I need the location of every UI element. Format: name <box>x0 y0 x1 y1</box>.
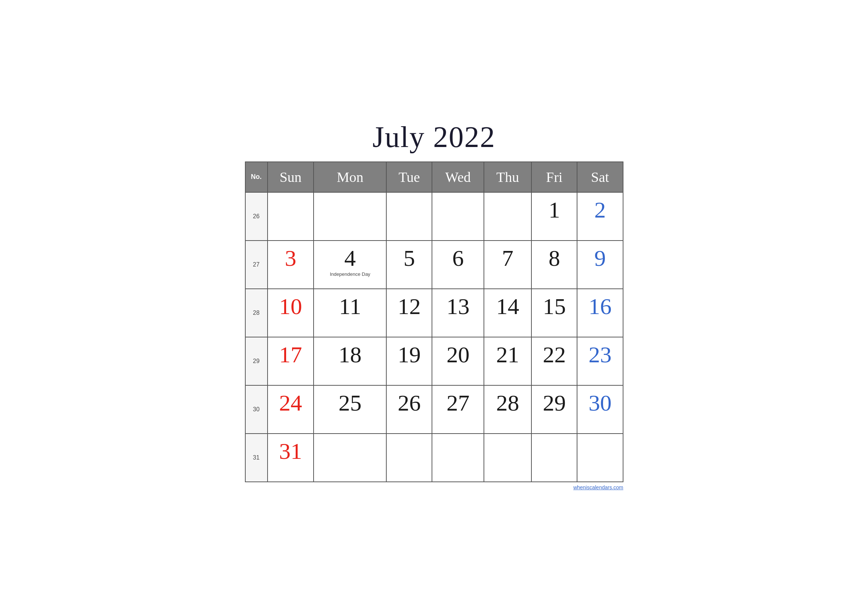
day-cell: 19 <box>386 337 432 385</box>
day-number: 16 <box>580 294 619 319</box>
day-cell: 17 <box>268 337 314 385</box>
day-number: 7 <box>487 245 528 271</box>
day-cell: 10 <box>268 289 314 337</box>
day-cell: 8 <box>532 240 577 289</box>
day-number: 31 <box>271 439 311 464</box>
day-number: 23 <box>580 342 619 367</box>
week-row: 2810111213141516 <box>245 289 623 337</box>
week-row: 2917181920212223 <box>245 337 623 385</box>
day-cell <box>484 434 532 482</box>
day-cell <box>432 192 484 240</box>
day-cell: 6 <box>432 240 484 289</box>
day-cell <box>577 434 623 482</box>
day-number: 15 <box>535 294 574 319</box>
day-number: 12 <box>390 294 429 319</box>
day-number: 25 <box>317 390 383 416</box>
day-number: 13 <box>435 294 480 319</box>
day-number: 11 <box>317 294 383 319</box>
day-cell: 26 <box>386 385 432 434</box>
day-cell <box>268 192 314 240</box>
day-number: 24 <box>271 390 311 416</box>
day-number: 22 <box>535 342 574 367</box>
header-sat: Sat <box>577 162 623 192</box>
attribution: wheniscalendars.com <box>245 484 623 490</box>
day-cell: 27 <box>432 385 484 434</box>
day-number: 29 <box>535 390 574 416</box>
day-number: 17 <box>271 342 311 367</box>
day-event: Independence Day <box>317 271 383 277</box>
day-cell <box>313 192 386 240</box>
day-cell: 25 <box>313 385 386 434</box>
calendar-container: July 2022 No. Sun Mon Tue Wed Thu Fri Sa… <box>230 109 638 505</box>
day-cell: 20 <box>432 337 484 385</box>
calendar-title: July 2022 <box>245 120 623 154</box>
day-cell: 31 <box>268 434 314 482</box>
week-number: 27 <box>245 240 268 289</box>
day-cell: 5 <box>386 240 432 289</box>
day-cell: 28 <box>484 385 532 434</box>
day-number: 26 <box>390 390 429 416</box>
day-number: 10 <box>271 294 311 319</box>
header-row: No. Sun Mon Tue Wed Thu Fri Sat <box>245 162 623 192</box>
header-thu: Thu <box>484 162 532 192</box>
day-cell <box>313 434 386 482</box>
week-row: 2734Independence Day56789 <box>245 240 623 289</box>
week-number: 30 <box>245 385 268 434</box>
day-number: 3 <box>271 245 311 271</box>
calendar-table: No. Sun Mon Tue Wed Thu Fri Sat 26122734… <box>245 161 623 482</box>
day-cell <box>386 434 432 482</box>
day-cell: 7 <box>484 240 532 289</box>
header-sun: Sun <box>268 162 314 192</box>
week-number: 31 <box>245 434 268 482</box>
day-cell: 21 <box>484 337 532 385</box>
day-cell: 29 <box>532 385 577 434</box>
day-cell <box>532 434 577 482</box>
day-cell: 11 <box>313 289 386 337</box>
day-cell: 13 <box>432 289 484 337</box>
day-number: 18 <box>317 342 383 367</box>
day-number: 9 <box>580 245 619 271</box>
header-no: No. <box>245 162 268 192</box>
day-cell: 15 <box>532 289 577 337</box>
day-number: 21 <box>487 342 528 367</box>
week-row: 3024252627282930 <box>245 385 623 434</box>
day-number: 5 <box>390 245 429 271</box>
day-cell: 9 <box>577 240 623 289</box>
header-mon: Mon <box>313 162 386 192</box>
day-number: 28 <box>487 390 528 416</box>
header-fri: Fri <box>532 162 577 192</box>
week-row: 2612 <box>245 192 623 240</box>
week-row: 3131 <box>245 434 623 482</box>
day-cell <box>386 192 432 240</box>
week-number: 29 <box>245 337 268 385</box>
day-cell: 4Independence Day <box>313 240 386 289</box>
day-number: 4 <box>317 245 383 271</box>
day-number: 27 <box>435 390 480 416</box>
day-cell <box>484 192 532 240</box>
calendar-body: 26122734Independence Day5678928101112131… <box>245 192 623 482</box>
day-cell: 16 <box>577 289 623 337</box>
day-cell: 14 <box>484 289 532 337</box>
week-number: 28 <box>245 289 268 337</box>
day-number: 8 <box>535 245 574 271</box>
day-cell: 30 <box>577 385 623 434</box>
day-cell: 18 <box>313 337 386 385</box>
day-number: 1 <box>535 197 574 222</box>
header-wed: Wed <box>432 162 484 192</box>
day-cell <box>432 434 484 482</box>
day-number: 14 <box>487 294 528 319</box>
day-number: 19 <box>390 342 429 367</box>
attribution-link[interactable]: wheniscalendars.com <box>574 484 623 490</box>
day-number: 2 <box>580 197 619 222</box>
day-cell: 2 <box>577 192 623 240</box>
header-tue: Tue <box>386 162 432 192</box>
day-number: 20 <box>435 342 480 367</box>
day-number: 30 <box>580 390 619 416</box>
day-number: 6 <box>435 245 480 271</box>
day-cell: 24 <box>268 385 314 434</box>
day-cell: 22 <box>532 337 577 385</box>
day-cell: 1 <box>532 192 577 240</box>
day-cell: 12 <box>386 289 432 337</box>
day-cell: 3 <box>268 240 314 289</box>
day-cell: 23 <box>577 337 623 385</box>
